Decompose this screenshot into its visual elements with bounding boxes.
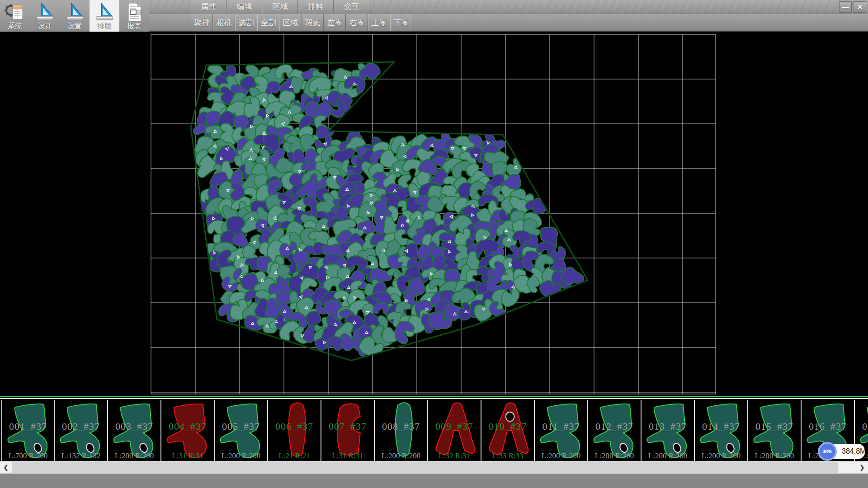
piece-thumbnail-003_#37[interactable]: 003_#37L:200 R:200 <box>108 400 161 461</box>
menu-item-0[interactable]: 属性 <box>191 0 226 14</box>
piece-thumbnail-009_#37[interactable]: 009_#37L:32 R:31 <box>428 400 481 461</box>
piece-thumbnail-011_#37[interactable]: 011_#37L:200 R:200 <box>535 400 588 461</box>
piece-name: 005_#37 <box>215 421 267 432</box>
memory-usage-badge: 38% 384.8M <box>819 444 865 459</box>
piece-lr-count: L:200 R:200 <box>588 451 641 460</box>
piece-lr-count: L:32 R:31 <box>428 451 481 460</box>
piece-lr-count: L:200 R:200 <box>642 451 694 460</box>
piece-name: 011_#37 <box>535 421 587 432</box>
piece-name: 009_#37 <box>428 421 481 432</box>
piece-thumbnail-008_#37[interactable]: 008_#37L:200 R:200 <box>375 400 428 461</box>
piece-name: 014_#37 <box>695 421 747 432</box>
toolbar-button-1[interactable]: 相机 <box>213 14 235 31</box>
app-nav-设置-button[interactable]: 设置 <box>60 0 90 32</box>
app-nav-系统-button[interactable]: 系统 <box>0 0 30 32</box>
piece-lr-count: L:31 R:31 <box>161 451 214 460</box>
design-ruler-icon <box>35 2 55 22</box>
piece-lr-count: L:33 R:33 <box>481 451 534 460</box>
app-nav: 系统设计设置排版报表 <box>0 0 149 32</box>
piece-lr-count: L:31 R:31 <box>321 451 374 460</box>
nesting-canvas[interactable] <box>0 32 868 396</box>
menu-item-1[interactable]: 编辑 <box>226 0 262 14</box>
piece-thumbnail-007_#37[interactable]: 007_#37L:31 R:31 <box>321 400 375 461</box>
minimize-button[interactable]: — <box>839 1 852 13</box>
piece-name: 013_#37 <box>642 421 694 432</box>
app-window: 系统设计设置排版报表 属性编辑区域排料交互 聚排相机选割全割区域瑕疵左靠右靠上靠… <box>0 0 868 488</box>
app-nav-label: 设置 <box>67 22 82 30</box>
menu-item-2[interactable]: 区域 <box>262 0 298 14</box>
close-button[interactable]: ✕ <box>854 1 866 13</box>
piece-thumbnail-cells: 001_#37L:700 R:700002_#37L:132 R:132003_… <box>1 400 868 461</box>
piece-thumbnail-005_#37[interactable]: 005_#37L:200 R:200 <box>215 400 268 461</box>
system-gear-icon <box>5 2 25 22</box>
horizontal-scrollbar[interactable]: ❮ ❯ <box>0 462 868 474</box>
menu-item-3[interactable]: 排料 <box>298 0 334 14</box>
piece-name: 016_#37 <box>802 421 854 432</box>
piece-lr-count: L:21 R:21 <box>268 451 321 460</box>
menu-item-4[interactable]: 交互 <box>334 0 369 14</box>
app-nav-label: 设计 <box>38 22 52 30</box>
piece-name: 007_#37 <box>321 421 374 432</box>
piece-name: 010_#37 <box>481 421 534 432</box>
toolbar-button-4[interactable]: 区域 <box>279 14 302 31</box>
piece-lr-count: L:132 R:132 <box>55 451 107 460</box>
settings-ruler-icon <box>65 2 85 22</box>
menu-bar: 属性编辑区域排料交互 <box>191 0 369 14</box>
piece-name: 012_#37 <box>588 421 641 432</box>
tool-bar: 聚排相机选割全割区域瑕疵左靠右靠上靠下靠 <box>191 14 412 31</box>
piece-thumbnail-006_#37[interactable]: 006_#37L:21 R:21 <box>268 400 321 461</box>
piece-name: 002_#37 <box>55 421 107 432</box>
toolbar-button-7[interactable]: 右靠 <box>346 14 368 31</box>
piece-lr-count: L:700 R:700 <box>2 451 54 460</box>
piece-name: 001_#37 <box>2 421 54 432</box>
memory-percent-indicator: 38% <box>818 442 837 461</box>
toolbar-button-8[interactable]: 上靠 <box>368 14 390 31</box>
piece-thumbnail-004_#37[interactable]: 004_#37L:31 R:31 <box>161 400 215 461</box>
toolbar-button-3[interactable]: 全割 <box>257 14 279 31</box>
app-nav-label: 排版 <box>97 22 112 30</box>
scrollbar-thumb[interactable] <box>12 462 838 473</box>
piece-lr-count: L:200 R:200 <box>695 451 747 460</box>
piece-lr-count: L:200 R:200 <box>748 451 801 460</box>
app-nav-报表-button[interactable]: 报表 <box>119 0 149 32</box>
memory-value-label: 384.8M <box>842 444 866 459</box>
piece-name: 003_#37 <box>108 421 160 432</box>
piece-lr-count: L:200 R:200 <box>215 451 267 460</box>
toolbar-button-2[interactable]: 选割 <box>235 14 257 31</box>
nesting-scene <box>0 32 868 396</box>
status-bar <box>0 474 868 488</box>
app-nav-设计-button[interactable]: 设计 <box>30 0 60 32</box>
piece-thumbnail-012_#37[interactable]: 012_#37L:200 R:200 <box>588 400 642 461</box>
piece-name: 006_#37 <box>268 421 321 432</box>
scroll-right-arrow-icon[interactable]: ❯ <box>856 462 868 474</box>
piece-thumbnail-strip: 001_#37L:700 R:700002_#37L:132 R:132003_… <box>0 396 868 462</box>
piece-thumbnail-013_#37[interactable]: 013_#37L:200 R:200 <box>642 400 695 461</box>
piece-name: 008_#37 <box>375 421 427 432</box>
piece-lr-count: L:200 R:200 <box>108 451 160 460</box>
toolbar-button-6[interactable]: 左靠 <box>324 14 346 31</box>
report-doc-icon <box>125 2 143 22</box>
nesting-ruler-icon <box>94 2 114 22</box>
piece-thumbnail-015_#37[interactable]: 015_#37L:200 R:200 <box>748 400 802 461</box>
window-controls: — ✕ <box>839 1 866 13</box>
app-nav-排版-button[interactable]: 排版 <box>90 0 119 32</box>
piece-name: 004_#37 <box>161 421 214 432</box>
piece-lr-count: L:200 R:200 <box>535 451 587 460</box>
piece-thumbnail-010_#37[interactable]: 010_#37L:33 R:33 <box>481 400 535 461</box>
piece-thumbnail-001_#37[interactable]: 001_#37L:700 R:700 <box>1 400 55 461</box>
app-nav-label: 报表 <box>127 22 142 30</box>
piece-lr-count: L:200 R:200 <box>375 451 427 460</box>
scroll-left-arrow-icon[interactable]: ❮ <box>0 462 12 474</box>
toolbar-button-5[interactable]: 瑕疵 <box>302 14 324 31</box>
toolbar-button-0[interactable]: 聚排 <box>191 14 213 31</box>
piece-name: 017_#37 <box>855 421 868 432</box>
app-nav-label: 系统 <box>8 22 22 30</box>
piece-thumbnail-014_#37[interactable]: 014_#37L:200 R:200 <box>695 400 748 461</box>
toolbar-button-9[interactable]: 下靠 <box>390 14 412 31</box>
piece-thumbnail-002_#37[interactable]: 002_#37L:132 R:132 <box>55 400 108 461</box>
piece-name: 015_#37 <box>748 421 801 432</box>
